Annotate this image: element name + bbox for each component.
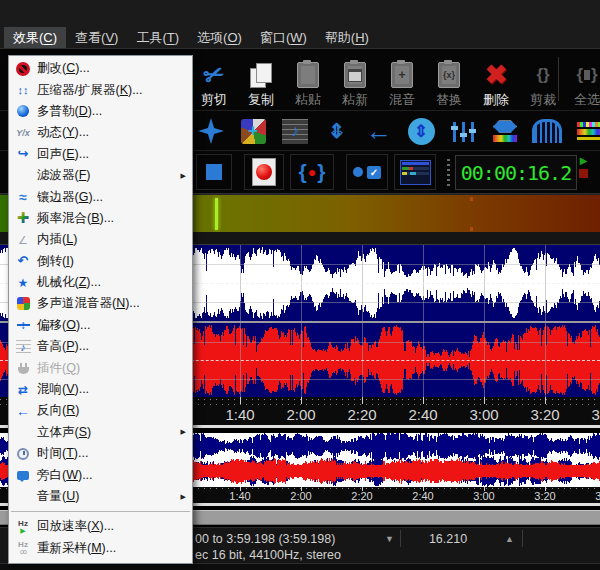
timeline-label: 3:40 <box>584 490 600 502</box>
effects-menu-item: 插件(Q) <box>9 357 192 378</box>
effects-menu-item[interactable]: ↕↕压缩器/扩展器(K)... <box>9 79 192 100</box>
timeline-label: 2:00 <box>279 406 323 423</box>
submenu-arrow-icon: ▶ <box>181 493 192 501</box>
clipboard-mix-button[interactable]: +混音 <box>379 52 425 107</box>
clipboard-replace-button[interactable]: {x}替换 <box>426 52 472 107</box>
record-new-button[interactable] <box>244 154 284 190</box>
hz-play-icon: Hz▶ <box>9 520 37 534</box>
toolbar-button-label: 全选 <box>574 93 600 107</box>
timeline-label: 2:00 <box>279 490 323 502</box>
meter-tick <box>470 197 473 201</box>
select-all-braces-button[interactable]: {}全选 <box>564 52 600 107</box>
doppler-icon <box>9 105 37 117</box>
effects-menu-item[interactable]: ↪回声(E)... <box>9 144 192 165</box>
filter-hexagon-icon <box>493 121 517 142</box>
toolbar-button-label: 剪切 <box>201 93 227 107</box>
pitch-note-icon: ♪ <box>282 119 308 144</box>
burst-star-icon <box>198 118 224 144</box>
effects-menu-item[interactable]: 多普勒(D)... <box>9 101 192 122</box>
menu-item-label: 音高(P)... <box>37 338 89 355</box>
echo-icon: ↪ <box>9 147 37 161</box>
collage-mixer-button[interactable]: + <box>235 114 271 148</box>
record-icon <box>252 158 276 186</box>
menu-item-label: 删改(C)... <box>37 60 90 77</box>
invert-icon: ↶ <box>9 254 37 268</box>
control-properties-button[interactable] <box>394 154 436 190</box>
noise-gate-icon <box>532 119 562 143</box>
toolbar-button-label: 粘贴 <box>295 93 321 107</box>
menu-bar-item[interactable]: 帮助(H) <box>316 27 378 49</box>
timeline-tick <box>362 397 363 404</box>
menu-item-label: 音量(U) <box>37 488 79 505</box>
clipboard-paste-button[interactable]: 粘贴 <box>285 52 331 107</box>
toolbar-button-label: 删除 <box>483 93 509 107</box>
flanger-icon: ≈ <box>9 190 37 204</box>
monitor-button[interactable]: ✓ <box>346 154 388 190</box>
time-value: 00:00:16.2 <box>461 161 571 185</box>
stop-button[interactable] <box>196 154 232 190</box>
submenu-arrow-icon: ▶ <box>181 428 192 436</box>
toolbar-grip[interactable] <box>447 159 450 187</box>
sliders-button[interactable] <box>445 114 481 148</box>
noise-gate-button[interactable] <box>529 114 565 148</box>
menu-item-label: 多普勒(D)... <box>37 103 102 120</box>
effects-menu-item[interactable]: ←反向(R) <box>9 400 192 421</box>
effects-menu-item[interactable]: 旁白(W)... <box>9 464 192 485</box>
effects-menu-item[interactable]: 立体声(S)▶ <box>9 422 192 443</box>
mechanize-icon: ★ <box>9 276 37 290</box>
filter-hexagon-button[interactable] <box>487 114 523 148</box>
timeline-tick <box>240 397 241 404</box>
control-properties-icon <box>400 160 431 185</box>
effects-menu-item[interactable]: ✚频率混合(B)... <box>9 208 192 229</box>
effects-menu-item[interactable]: 滤波器(F)▶ <box>9 165 192 186</box>
effects-menu-item[interactable]: Hz▶回放速率(X)... <box>9 516 192 537</box>
menu-bar-item[interactable]: 查看(V) <box>66 27 127 49</box>
frequency-mix-icon: ✚ <box>9 209 37 227</box>
expand-arrows-button[interactable]: ⇔⇕ <box>319 114 355 148</box>
effects-menu-item[interactable]: Hzoo重新采样(M)... <box>9 538 192 559</box>
menu-bar: 效果(C)查看(V)工具(T)选项(O)窗口(W)帮助(H) <box>0 27 600 48</box>
effects-menu-item[interactable]: ★机械化(Z)... <box>9 272 192 293</box>
burst-star-button[interactable] <box>193 114 229 148</box>
menu-bar-item[interactable]: 工具(T) <box>127 27 188 49</box>
offset-circle-button[interactable]: ⇕ <box>403 114 439 148</box>
menu-item-label: 插件(Q) <box>37 360 80 377</box>
toolbar-button-label: 混音 <box>389 93 415 107</box>
effects-menu-item[interactable]: ∠内插(L) <box>9 229 192 250</box>
effects-menu-item[interactable]: Y/x动态(Y)... <box>9 122 192 143</box>
select-all-braces-icon: {} <box>576 59 597 91</box>
selection-dropdown-icon[interactable]: ▼ <box>385 534 394 544</box>
effects-menu-item[interactable]: 音量(U)▶ <box>9 486 192 507</box>
compress-expand-icon: ↕↕ <box>9 83 37 97</box>
delete-x-button[interactable]: ✖删除 <box>473 52 519 107</box>
effects-menu-item[interactable]: ≈镶边器(G)... <box>9 186 192 207</box>
effects-menu-item[interactable]: ↕偏移(O)... <box>9 315 192 336</box>
trim-braces-icon: {} <box>536 59 549 91</box>
menu-bar-item[interactable]: 窗口(W) <box>251 27 316 49</box>
timeline-tick <box>423 397 424 404</box>
pitch-note-button[interactable]: ♪ <box>277 114 313 148</box>
effects-menu-item[interactable]: ♪音高(P)... <box>9 336 192 357</box>
timeline-label: 3:20 <box>523 490 567 502</box>
scissors-button[interactable]: ✂剪切 <box>191 52 237 107</box>
reverse-arrow-button[interactable]: ← <box>361 114 397 148</box>
menu-item-label: 机械化(Z)... <box>37 274 101 291</box>
effects-menu-item[interactable]: 时间(T)... <box>9 443 192 464</box>
position-spinner-icon[interactable]: ▲ <box>505 534 514 544</box>
spectrum-button[interactable] <box>571 114 600 148</box>
effects-menu-item[interactable]: ⇄混响(V)... <box>9 379 192 400</box>
copy-pages-button[interactable]: 复制 <box>238 52 284 107</box>
trim-braces-button[interactable]: {}剪裁 <box>520 52 566 107</box>
hz-resample-icon: Hzoo <box>9 541 37 555</box>
effects-menu-item[interactable]: ↶倒转(I) <box>9 251 192 272</box>
effects-menu-item[interactable]: 多声道混音器(N)... <box>9 293 192 314</box>
scissors-icon: ✂ <box>204 59 224 91</box>
record-selection-icon: {●} <box>299 160 326 184</box>
record-selection-button[interactable]: {●} <box>290 154 334 190</box>
menu-bar-item[interactable]: 选项(O) <box>188 27 251 49</box>
effects-menu-item[interactable]: 删改(C)... <box>9 58 192 79</box>
time-display: 00:00:16.2 <box>455 155 577 190</box>
clipboard-paste-new-button[interactable]: 粘新 <box>332 52 378 107</box>
menu-bar-item[interactable]: 效果(C) <box>4 27 66 49</box>
timeline-label: 1:40 <box>218 406 262 423</box>
